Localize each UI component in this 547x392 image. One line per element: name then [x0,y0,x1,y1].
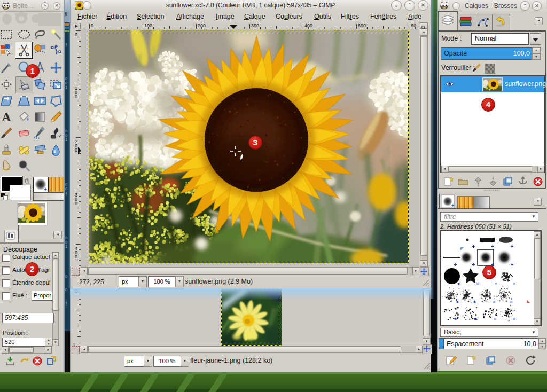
svg-text:0: 0 [65,287,68,292]
svg-text:0: 0 [75,94,77,99]
svg-text:0: 0 [75,201,77,206]
svg-text:100: 100 [144,23,152,28]
svg-text:1: 1 [65,42,68,46]
svg-text:400: 400 [304,23,312,28]
svg-text:1: 1 [65,85,68,90]
svg-text:0: 0 [91,23,93,28]
svg-text:0: 0 [75,147,77,153]
svg-text:+: + [44,186,47,192]
svg-text:0: 0 [75,32,77,37]
svg-text:0: 0 [75,254,77,260]
svg-text:1: 1 [65,137,68,142]
svg-text:500: 500 [358,23,366,28]
svg-text:300: 300 [251,23,259,28]
svg-text:0: 0 [65,274,68,279]
svg-text:200: 200 [198,23,206,28]
svg-text:60: 60 [411,23,416,28]
svg-text:1: 1 [65,301,68,305]
svg-text:A: A [2,110,11,124]
svg-text:1: 1 [65,191,68,195]
svg-text:1: 1 [65,244,68,249]
svg-text:+: + [451,203,454,208]
